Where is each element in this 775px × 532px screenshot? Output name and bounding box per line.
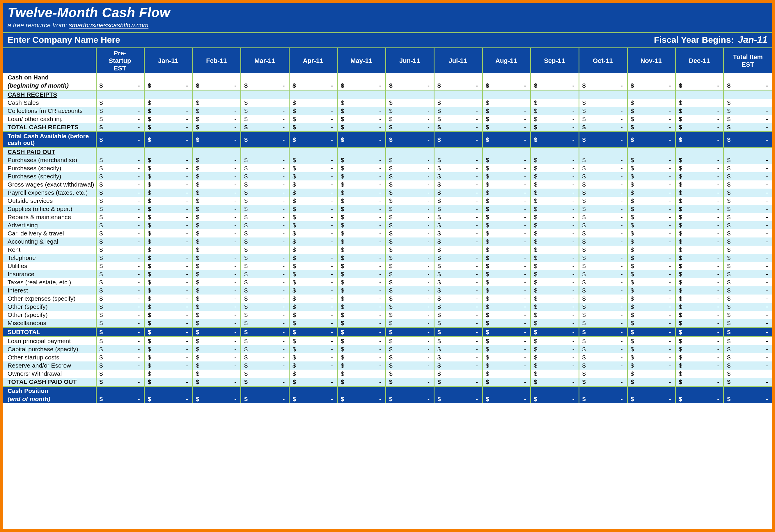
data-cell[interactable]: $- [531, 213, 579, 221]
data-cell[interactable]: $- [96, 107, 144, 115]
data-cell[interactable]: $- [579, 353, 627, 362]
data-cell[interactable]: $- [676, 353, 724, 362]
data-cell[interactable]: $- [241, 245, 289, 254]
data-cell[interactable]: $- [434, 254, 482, 262]
data-cell[interactable]: $- [289, 180, 337, 188]
data-cell[interactable]: $- [96, 378, 144, 387]
data-cell[interactable]: $- [482, 337, 531, 346]
data-cell[interactable]: $- [579, 115, 627, 123]
data-cell[interactable] [289, 73, 337, 81]
data-cell[interactable]: $- [531, 180, 579, 188]
data-cell[interactable]: $- [531, 270, 579, 278]
data-cell[interactable]: $- [531, 353, 579, 362]
row-label[interactable]: Taxes (real estate, etc.) [3, 278, 96, 287]
data-cell[interactable]: $- [193, 287, 241, 295]
data-cell[interactable]: $- [482, 205, 531, 213]
data-cell[interactable] [724, 387, 772, 395]
data-cell[interactable]: $- [96, 254, 144, 262]
data-cell[interactable]: $- [241, 164, 289, 172]
data-cell[interactable]: $- [289, 287, 337, 295]
data-cell[interactable]: $- [627, 378, 676, 387]
data-cell[interactable]: $- [193, 172, 241, 180]
data-cell[interactable]: $- [676, 164, 724, 172]
data-cell[interactable] [531, 147, 579, 156]
data-cell[interactable]: $- [386, 395, 434, 403]
data-cell[interactable]: $- [193, 123, 241, 132]
data-cell[interactable]: $- [627, 395, 676, 403]
data-cell[interactable]: $- [434, 303, 482, 311]
data-cell[interactable]: $- [579, 287, 627, 295]
data-cell[interactable]: $- [193, 362, 241, 370]
row-label[interactable]: Other (specify) [3, 303, 96, 311]
data-cell[interactable]: $- [193, 205, 241, 213]
data-cell[interactable] [289, 90, 337, 99]
data-cell[interactable]: $- [241, 345, 289, 353]
data-cell[interactable]: $- [386, 172, 434, 180]
data-cell[interactable]: $- [676, 319, 724, 328]
data-cell[interactable]: $- [724, 221, 772, 229]
data-cell[interactable]: $- [579, 311, 627, 319]
data-cell[interactable]: $- [241, 353, 289, 362]
data-cell[interactable]: $- [482, 156, 531, 164]
row-label[interactable]: Insurance [3, 270, 96, 278]
data-cell[interactable]: $- [241, 221, 289, 229]
data-cell[interactable]: $- [96, 395, 144, 403]
row-label[interactable]: Owners' Withdrawal [3, 370, 96, 378]
data-cell[interactable]: $- [531, 237, 579, 245]
data-cell[interactable]: $- [434, 270, 482, 278]
row-label[interactable]: Purchases (specify) [3, 164, 96, 172]
data-cell[interactable]: $- [96, 172, 144, 180]
data-cell[interactable]: $- [96, 311, 144, 319]
data-cell[interactable]: $- [579, 245, 627, 254]
data-cell[interactable]: $- [627, 180, 676, 188]
data-cell[interactable]: $- [579, 337, 627, 346]
data-cell[interactable]: $- [96, 99, 144, 107]
data-cell[interactable]: $- [724, 107, 772, 115]
data-cell[interactable]: $- [531, 262, 579, 270]
data-cell[interactable]: $- [144, 123, 193, 132]
data-cell[interactable]: $- [482, 188, 531, 197]
data-cell[interactable] [241, 73, 289, 81]
data-cell[interactable]: $- [386, 370, 434, 378]
data-cell[interactable] [386, 73, 434, 81]
data-cell[interactable]: $- [337, 262, 386, 270]
data-cell[interactable]: $- [144, 378, 193, 387]
data-cell[interactable]: $- [241, 303, 289, 311]
data-cell[interactable]: $- [193, 132, 241, 147]
data-cell[interactable]: $- [337, 205, 386, 213]
data-cell[interactable]: $- [676, 237, 724, 245]
data-cell[interactable]: $- [96, 295, 144, 303]
data-cell[interactable]: $- [434, 395, 482, 403]
data-cell[interactable]: $- [579, 345, 627, 353]
data-cell[interactable]: $- [531, 164, 579, 172]
data-cell[interactable]: $- [676, 188, 724, 197]
data-cell[interactable]: $- [193, 295, 241, 303]
data-cell[interactable] [627, 90, 676, 99]
data-cell[interactable]: $- [289, 362, 337, 370]
data-cell[interactable]: $- [724, 197, 772, 205]
data-cell[interactable]: $- [724, 337, 772, 346]
data-cell[interactable]: $- [434, 132, 482, 147]
data-cell[interactable]: $- [724, 303, 772, 311]
data-cell[interactable]: $- [144, 107, 193, 115]
data-cell[interactable]: $- [482, 362, 531, 370]
data-cell[interactable]: $- [386, 353, 434, 362]
data-cell[interactable] [724, 147, 772, 156]
data-cell[interactable]: $- [144, 270, 193, 278]
row-label[interactable]: Capital purchase (specify) [3, 345, 96, 353]
data-cell[interactable]: $- [96, 237, 144, 245]
data-cell[interactable]: $- [724, 115, 772, 123]
row-label[interactable]: TOTAL CASH PAID OUT [3, 378, 96, 387]
data-cell[interactable]: $- [627, 362, 676, 370]
data-cell[interactable]: $- [337, 319, 386, 328]
data-cell[interactable]: $- [724, 237, 772, 245]
data-cell[interactable]: $- [144, 237, 193, 245]
data-cell[interactable]: $- [676, 270, 724, 278]
data-cell[interactable]: $- [531, 115, 579, 123]
data-cell[interactable]: $- [434, 278, 482, 287]
data-cell[interactable]: $- [337, 197, 386, 205]
data-cell[interactable] [579, 147, 627, 156]
row-label[interactable]: Repairs & maintenance [3, 213, 96, 221]
data-cell[interactable]: $- [96, 132, 144, 147]
data-cell[interactable]: $- [724, 205, 772, 213]
